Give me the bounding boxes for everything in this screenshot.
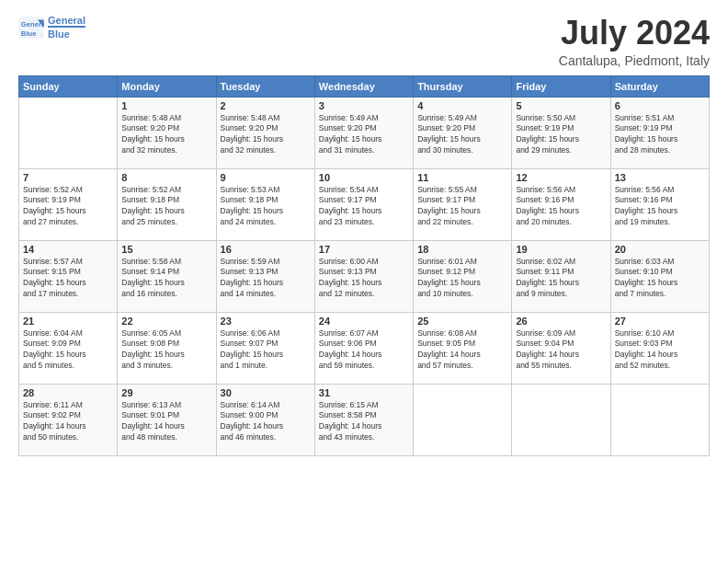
calendar-cell: 21Sunrise: 6:04 AM Sunset: 9:09 PM Dayli… — [19, 312, 118, 384]
calendar-cell — [19, 97, 118, 168]
calendar-cell: 8Sunrise: 5:52 AM Sunset: 9:18 PM Daylig… — [118, 168, 216, 240]
calendar-cell: 10Sunrise: 5:54 AM Sunset: 9:17 PM Dayli… — [314, 168, 413, 240]
day-number: 16 — [221, 244, 311, 255]
day-info: Sunrise: 5:50 AM Sunset: 9:19 PM Dayligh… — [516, 113, 606, 157]
calendar-cell: 15Sunrise: 5:58 AM Sunset: 9:14 PM Dayli… — [118, 240, 216, 312]
day-info: Sunrise: 5:58 AM Sunset: 9:14 PM Dayligh… — [121, 257, 211, 301]
calendar-page: General Blue General Blue July 2024 Cant… — [0, 0, 728, 563]
day-info: Sunrise: 6:04 AM Sunset: 9:09 PM Dayligh… — [23, 328, 113, 373]
weekday-header: Wednesday — [314, 75, 413, 97]
day-info: Sunrise: 6:01 AM Sunset: 9:12 PM Dayligh… — [417, 257, 507, 301]
day-info: Sunrise: 6:10 AM Sunset: 9:03 PM Dayligh… — [615, 328, 705, 373]
calendar-cell: 9Sunrise: 5:53 AM Sunset: 9:18 PM Daylig… — [216, 168, 314, 240]
day-info: Sunrise: 5:59 AM Sunset: 9:13 PM Dayligh… — [221, 257, 311, 301]
day-info: Sunrise: 5:55 AM Sunset: 9:17 PM Dayligh… — [417, 185, 507, 229]
calendar-cell — [512, 384, 610, 455]
day-number: 6 — [615, 100, 705, 111]
day-number: 18 — [417, 244, 507, 255]
calendar-cell: 17Sunrise: 6:00 AM Sunset: 9:13 PM Dayli… — [314, 240, 413, 312]
calendar-cell: 30Sunrise: 6:14 AM Sunset: 9:00 PM Dayli… — [216, 384, 314, 455]
day-number: 11 — [417, 172, 507, 183]
weekday-header: Sunday — [19, 75, 118, 97]
weekday-header: Friday — [512, 75, 610, 97]
day-number: 20 — [615, 244, 705, 255]
day-info: Sunrise: 6:13 AM Sunset: 9:01 PM Dayligh… — [121, 400, 211, 444]
calendar-week-row: 21Sunrise: 6:04 AM Sunset: 9:09 PM Dayli… — [19, 312, 710, 384]
day-number: 14 — [23, 244, 113, 255]
day-number: 24 — [319, 316, 409, 327]
day-info: Sunrise: 5:48 AM Sunset: 9:20 PM Dayligh… — [121, 113, 211, 157]
day-info: Sunrise: 6:08 AM Sunset: 9:05 PM Dayligh… — [417, 328, 507, 373]
logo: General Blue General Blue — [18, 15, 85, 40]
weekday-header: Tuesday — [216, 75, 314, 97]
calendar-cell: 5Sunrise: 5:50 AM Sunset: 9:19 PM Daylig… — [512, 97, 610, 168]
calendar-cell: 23Sunrise: 6:06 AM Sunset: 9:07 PM Dayli… — [216, 312, 314, 384]
title-block: July 2024 Cantalupa, Piedmont, Italy — [559, 15, 710, 68]
location: Cantalupa, Piedmont, Italy — [559, 53, 710, 68]
calendar-cell: 16Sunrise: 5:59 AM Sunset: 9:13 PM Dayli… — [216, 240, 314, 312]
day-info: Sunrise: 6:11 AM Sunset: 9:02 PM Dayligh… — [23, 400, 113, 444]
calendar-cell: 12Sunrise: 5:56 AM Sunset: 9:16 PM Dayli… — [512, 168, 610, 240]
day-number: 2 — [221, 100, 311, 111]
calendar-cell: 20Sunrise: 6:03 AM Sunset: 9:10 PM Dayli… — [610, 240, 709, 312]
header-row: SundayMondayTuesdayWednesdayThursdayFrid… — [19, 75, 710, 97]
calendar-cell — [414, 384, 512, 455]
day-number: 7 — [23, 172, 113, 183]
calendar-cell: 27Sunrise: 6:10 AM Sunset: 9:03 PM Dayli… — [610, 312, 709, 384]
day-number: 9 — [221, 172, 311, 183]
day-number: 1 — [121, 100, 211, 111]
day-number: 28 — [23, 387, 113, 398]
day-info: Sunrise: 5:53 AM Sunset: 9:18 PM Dayligh… — [221, 185, 311, 229]
day-number: 13 — [615, 172, 705, 183]
calendar-cell: 29Sunrise: 6:13 AM Sunset: 9:01 PM Dayli… — [118, 384, 216, 455]
day-number: 12 — [516, 172, 606, 183]
header: General Blue General Blue July 2024 Cant… — [18, 15, 710, 68]
day-info: Sunrise: 5:54 AM Sunset: 9:17 PM Dayligh… — [319, 185, 409, 229]
day-number: 25 — [417, 316, 507, 327]
weekday-header: Thursday — [414, 75, 512, 97]
day-number: 4 — [417, 100, 507, 111]
weekday-header: Saturday — [610, 75, 709, 97]
day-info: Sunrise: 5:52 AM Sunset: 9:18 PM Dayligh… — [121, 185, 211, 229]
month-title: July 2024 — [559, 15, 710, 52]
calendar-week-row: 7Sunrise: 5:52 AM Sunset: 9:19 PM Daylig… — [19, 168, 710, 240]
calendar-cell: 13Sunrise: 5:56 AM Sunset: 9:16 PM Dayli… — [610, 168, 709, 240]
day-number: 5 — [516, 100, 606, 111]
day-info: Sunrise: 5:57 AM Sunset: 9:15 PM Dayligh… — [23, 257, 113, 301]
day-number: 30 — [221, 387, 311, 398]
calendar-cell: 24Sunrise: 6:07 AM Sunset: 9:06 PM Dayli… — [314, 312, 413, 384]
calendar-cell: 4Sunrise: 5:49 AM Sunset: 9:20 PM Daylig… — [414, 97, 512, 168]
calendar-cell: 7Sunrise: 5:52 AM Sunset: 9:19 PM Daylig… — [19, 168, 118, 240]
day-info: Sunrise: 6:14 AM Sunset: 9:00 PM Dayligh… — [221, 400, 311, 444]
calendar-cell: 18Sunrise: 6:01 AM Sunset: 9:12 PM Dayli… — [414, 240, 512, 312]
calendar-week-row: 14Sunrise: 5:57 AM Sunset: 9:15 PM Dayli… — [19, 240, 710, 312]
calendar-week-row: 1Sunrise: 5:48 AM Sunset: 9:20 PM Daylig… — [19, 97, 710, 168]
day-number: 26 — [516, 316, 606, 327]
calendar-week-row: 28Sunrise: 6:11 AM Sunset: 9:02 PM Dayli… — [19, 384, 710, 455]
weekday-header: Monday — [118, 75, 216, 97]
logo-icon: General Blue — [18, 17, 44, 39]
day-info: Sunrise: 6:02 AM Sunset: 9:11 PM Dayligh… — [516, 257, 606, 301]
day-info: Sunrise: 6:07 AM Sunset: 9:06 PM Dayligh… — [319, 328, 409, 373]
logo-subtext: Blue — [48, 26, 85, 40]
calendar-cell: 3Sunrise: 5:49 AM Sunset: 9:20 PM Daylig… — [314, 97, 413, 168]
calendar-cell: 28Sunrise: 6:11 AM Sunset: 9:02 PM Dayli… — [19, 384, 118, 455]
day-number: 31 — [319, 387, 409, 398]
svg-text:Blue: Blue — [21, 29, 37, 37]
calendar-cell: 25Sunrise: 6:08 AM Sunset: 9:05 PM Dayli… — [414, 312, 512, 384]
day-info: Sunrise: 5:49 AM Sunset: 9:20 PM Dayligh… — [319, 113, 409, 157]
calendar-cell: 1Sunrise: 5:48 AM Sunset: 9:20 PM Daylig… — [118, 97, 216, 168]
day-number: 22 — [121, 316, 211, 327]
calendar-cell: 19Sunrise: 6:02 AM Sunset: 9:11 PM Dayli… — [512, 240, 610, 312]
day-info: Sunrise: 6:15 AM Sunset: 8:58 PM Dayligh… — [319, 400, 409, 444]
day-info: Sunrise: 5:49 AM Sunset: 9:20 PM Dayligh… — [417, 113, 507, 157]
day-info: Sunrise: 5:56 AM Sunset: 9:16 PM Dayligh… — [615, 185, 705, 229]
calendar-cell — [610, 384, 709, 455]
day-number: 8 — [121, 172, 211, 183]
calendar-cell: 2Sunrise: 5:48 AM Sunset: 9:20 PM Daylig… — [216, 97, 314, 168]
day-number: 21 — [23, 316, 113, 327]
day-info: Sunrise: 6:00 AM Sunset: 9:13 PM Dayligh… — [319, 257, 409, 301]
day-info: Sunrise: 5:56 AM Sunset: 9:16 PM Dayligh… — [516, 185, 606, 229]
calendar-cell: 11Sunrise: 5:55 AM Sunset: 9:17 PM Dayli… — [414, 168, 512, 240]
day-info: Sunrise: 6:03 AM Sunset: 9:10 PM Dayligh… — [615, 257, 705, 301]
